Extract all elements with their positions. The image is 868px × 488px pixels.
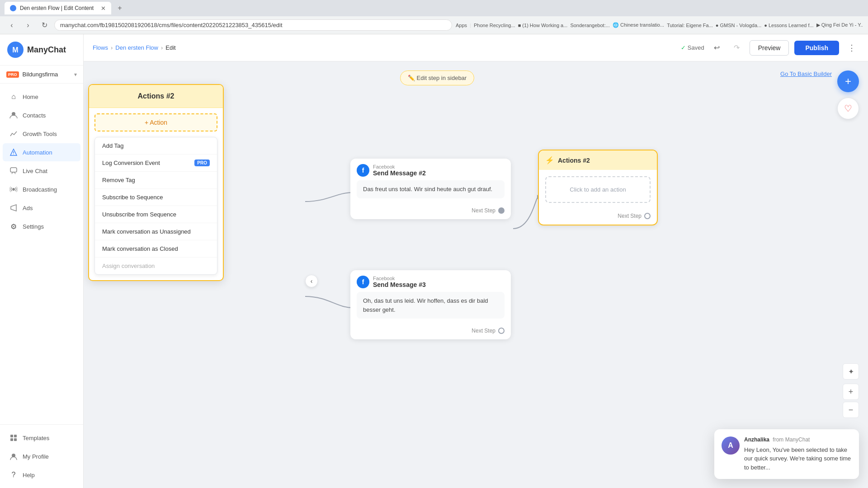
- sidebar-item-growth-tools[interactable]: Growth Tools: [3, 125, 80, 143]
- action-menu-item-add-tag[interactable]: Add Tag: [95, 137, 217, 155]
- sidebar-item-label-contacts: Contacts: [23, 112, 46, 119]
- tab-close[interactable]: ✕: [101, 5, 106, 12]
- home-icon: ⌂: [9, 92, 18, 101]
- forward-btn[interactable]: ›: [22, 19, 34, 32]
- bookmark-8[interactable]: ▶ Qing Fei De Yi - Y...: [816, 22, 863, 28]
- back-btn[interactable]: ‹: [5, 19, 18, 32]
- sidebar-item-label-templates: Templates: [23, 435, 49, 441]
- bookmark-1[interactable]: Phone Recycling...: [474, 23, 515, 28]
- sidebar-item-label-settings: Settings: [23, 223, 44, 230]
- sidebar-item-my-profile[interactable]: My Profile: [3, 447, 80, 465]
- sidebar-item-templates[interactable]: Templates: [3, 429, 80, 447]
- node-title-group-3: Facebook Send Message #3: [373, 276, 426, 288]
- action-menu-item-mark-closed[interactable]: Mark conversation as Closed: [95, 240, 217, 258]
- action-label-mark-unassigned: Mark conversation as Unassigned: [102, 228, 191, 235]
- svg-rect-9: [14, 435, 17, 437]
- goto-basic-builder-btn[interactable]: Go To Basic Builder: [780, 70, 832, 77]
- bookmark-3[interactable]: Sonderangebot:...: [570, 23, 609, 28]
- node-platform-3: Facebook: [373, 276, 426, 281]
- workspace-selector[interactable]: PRO Bildungsfirma ▾: [0, 66, 83, 84]
- sidebar-item-help[interactable]: ? Help: [3, 466, 80, 484]
- node-header-2: f Facebook Send Message #2: [350, 159, 511, 180]
- action-menu-item-assign-conv[interactable]: Assign conversation: [95, 258, 217, 274]
- new-tab-btn[interactable]: +: [115, 4, 124, 12]
- sidebar-item-settings[interactable]: ⚙ Settings: [3, 217, 80, 235]
- pro-badge: PRO: [6, 71, 19, 78]
- actions-node-header: ⚡ Actions #2: [539, 150, 657, 170]
- address-bar[interactable]: manychat.com/fb198150208192061​8/cms/fil…: [54, 19, 452, 31]
- chat-avatar: A: [722, 436, 740, 455]
- help-icon: ?: [9, 470, 18, 479]
- edit-step-sidebar-btn[interactable]: ✏️ Edit step in sidebar: [400, 70, 474, 85]
- next-step-dot-2[interactable]: [498, 207, 505, 214]
- sidebar-item-label-automation: Automation: [23, 149, 52, 156]
- actions-canvas-node[interactable]: ⚡ Actions #2 Click to add an action Next…: [538, 150, 658, 225]
- favorite-btn[interactable]: ♡: [837, 98, 859, 119]
- sidebar-item-contacts[interactable]: Contacts: [3, 106, 80, 124]
- flow-node-message-3[interactable]: f Facebook Send Message #3 Oh, das tut u…: [350, 270, 511, 339]
- action-menu-item-log-conversion[interactable]: Log Conversion Event PRO: [95, 155, 217, 172]
- action-label-add-tag: Add Tag: [102, 142, 123, 149]
- sidebar-item-ads[interactable]: Ads: [3, 199, 80, 217]
- undo-btn[interactable]: ↩: [710, 41, 724, 55]
- actions-next-step-dot[interactable]: [644, 213, 651, 219]
- next-step-label-3: Next Step: [472, 328, 495, 334]
- bookmark-7[interactable]: ● Lessons Learned f...: [764, 23, 813, 28]
- canvas-wrapper: ✏️ Edit step in sidebar Go To Basic Buil…: [84, 61, 868, 488]
- magic-btn[interactable]: ✦: [843, 363, 859, 380]
- actions-node-footer: Next Step: [539, 209, 657, 225]
- lightning-icon: ⚡: [545, 156, 554, 164]
- bookmark-2[interactable]: ■ (1) How Working a...: [518, 23, 568, 28]
- more-options-btn[interactable]: ⋮: [844, 41, 859, 55]
- add-action-btn[interactable]: + Action: [94, 113, 217, 131]
- broadcasting-icon: [9, 185, 18, 194]
- sidebar-item-home[interactable]: ⌂ Home: [3, 88, 80, 106]
- preview-button[interactable]: Preview: [750, 40, 789, 56]
- action-menu-item-subscribe-seq[interactable]: Subscribe to Sequence: [95, 189, 217, 206]
- bookmark-apps[interactable]: Apps: [456, 23, 467, 28]
- zoom-in-btn[interactable]: +: [843, 384, 859, 400]
- agent-company: from ManyChat: [773, 436, 810, 443]
- actions-panel-body: + Action Add Tag Log Conversion Event PR…: [89, 108, 223, 280]
- chat-message: Hey Leon, You've been selected to take o…: [744, 446, 852, 472]
- breadcrumb-flows[interactable]: Flows: [93, 44, 108, 51]
- browser-tab[interactable]: Den ersten Flow | Edit Content ✕: [5, 2, 111, 14]
- action-menu-item-mark-unassigned[interactable]: Mark conversation as Unassigned: [95, 223, 217, 240]
- node-title-2: Send Message #2: [373, 169, 426, 177]
- breadcrumb-flow-name[interactable]: Den ersten Flow: [115, 44, 158, 51]
- manychat-logo-icon: M: [7, 42, 24, 58]
- facebook-icon-3: f: [357, 276, 369, 288]
- bookmark-6[interactable]: ● GMSN - Vologda...: [716, 23, 761, 28]
- next-step-dot-3[interactable]: [498, 328, 505, 334]
- sidebar-item-live-chat[interactable]: Live Chat: [3, 162, 80, 180]
- reload-btn[interactable]: ↻: [38, 19, 51, 32]
- sidebar-item-broadcasting[interactable]: Broadcasting: [3, 180, 80, 198]
- tab-favicon: [10, 5, 16, 11]
- canvas-nav-left[interactable]: ‹: [305, 275, 318, 287]
- node-footer-2: Next Step: [350, 204, 511, 219]
- action-menu-item-unsubscribe-seq[interactable]: Unsubscribe from Sequence: [95, 206, 217, 223]
- svg-rect-10: [10, 438, 13, 441]
- svg-rect-11: [14, 438, 17, 441]
- sidebar-logo: M ManyChat: [0, 34, 83, 66]
- action-menu-item-remove-tag[interactable]: Remove Tag: [95, 172, 217, 189]
- sidebar-nav: ⌂ Home Contacts Growth Tools Automation: [0, 84, 83, 424]
- action-label-remove-tag: Remove Tag: [102, 177, 135, 183]
- breadcrumb-sep2: ›: [161, 44, 163, 51]
- bookmark-5[interactable]: Tutorial: Eigene Fa...: [667, 23, 713, 28]
- sidebar-item-automation[interactable]: Automation: [3, 143, 80, 161]
- zoom-out-btn[interactable]: −: [843, 402, 859, 418]
- svg-rect-6: [10, 168, 17, 172]
- flow-canvas[interactable]: ✏️ Edit step in sidebar Go To Basic Buil…: [84, 61, 868, 488]
- publish-button[interactable]: Publish: [794, 41, 839, 55]
- node-platform-2: Facebook: [373, 164, 426, 169]
- chat-widget: A Anzhalika from ManyChat Hey Leon, You'…: [714, 429, 859, 479]
- node-footer-3: Next Step: [350, 324, 511, 339]
- flow-node-message-2[interactable]: f Facebook Send Message #2 Das freut uns…: [350, 159, 511, 219]
- add-node-fab[interactable]: +: [837, 70, 859, 92]
- click-add-action-btn[interactable]: Click to add an action: [545, 176, 651, 203]
- tab-title: Den ersten Flow | Edit Content: [20, 5, 94, 11]
- facebook-icon-2: f: [357, 164, 369, 177]
- redo-btn[interactable]: ↷: [730, 41, 744, 55]
- bookmark-4[interactable]: 🌐 Chinese translatio...: [613, 22, 664, 28]
